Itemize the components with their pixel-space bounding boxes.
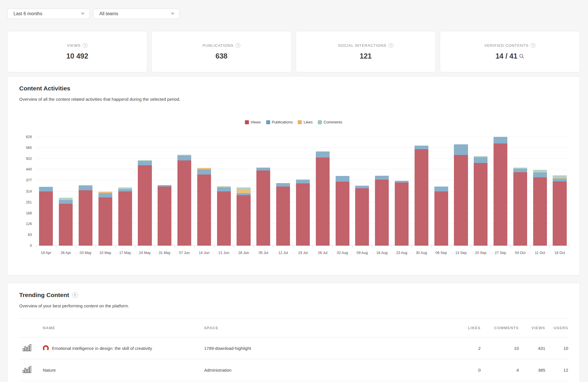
bar-03-may[interactable] bbox=[79, 185, 92, 246]
bar-14-jun[interactable] bbox=[197, 168, 211, 246]
table-row[interactable]: Nature Administration 0 4 385 12 bbox=[19, 359, 568, 381]
x-axis-label: 05 Jul bbox=[254, 251, 273, 255]
x-axis-label: 21 Jun bbox=[214, 251, 234, 255]
axis-tick bbox=[214, 246, 234, 248]
bar-segment-publications bbox=[59, 200, 73, 204]
bar-24-may[interactable] bbox=[138, 160, 152, 246]
magnifier-icon[interactable] bbox=[519, 54, 524, 59]
bar-10-may[interactable] bbox=[98, 192, 112, 246]
bar-19-apr[interactable] bbox=[39, 187, 53, 246]
x-axis-label: 03 May bbox=[76, 251, 96, 255]
bar-06-sep[interactable] bbox=[434, 187, 448, 246]
bar-column bbox=[332, 137, 352, 246]
bar-column bbox=[510, 137, 530, 246]
bar-segment-comments bbox=[533, 170, 547, 172]
help-icon[interactable]: ? bbox=[388, 43, 393, 48]
content-space[interactable]: 1789-download-highlight bbox=[204, 346, 443, 351]
bar-segment-publications bbox=[98, 193, 112, 198]
histogram-icon bbox=[23, 366, 31, 374]
bar-column bbox=[115, 137, 135, 246]
help-icon[interactable]: ? bbox=[83, 43, 88, 48]
table-row[interactable]: Emotional intelligence in design: the sk… bbox=[19, 338, 568, 359]
bar-16-aug[interactable] bbox=[375, 176, 389, 246]
axis-tick bbox=[174, 246, 194, 248]
period-dropdown[interactable]: Last 6 months bbox=[7, 9, 90, 19]
bar-20-sep[interactable] bbox=[474, 156, 488, 246]
content-views: 431 bbox=[519, 346, 545, 351]
legend-item-views[interactable]: Views bbox=[245, 120, 261, 124]
legend-swatch bbox=[245, 120, 249, 124]
bar-column bbox=[471, 137, 491, 246]
bar-18-oct[interactable] bbox=[553, 175, 566, 246]
bar-column bbox=[392, 137, 412, 246]
bar-28-jun[interactable] bbox=[237, 187, 250, 246]
bar-02-aug[interactable] bbox=[336, 176, 349, 246]
bar-23-aug[interactable] bbox=[395, 181, 409, 246]
content-name[interactable]: Nature bbox=[43, 368, 56, 373]
stat-card-verified-contents: VERIFIED CONTENTS ? 14 / 41 bbox=[440, 31, 580, 72]
bar-17-may[interactable] bbox=[118, 187, 132, 246]
x-axis-label: 26 Apr bbox=[56, 251, 76, 255]
axis-tick bbox=[273, 246, 293, 248]
legend-swatch bbox=[298, 120, 302, 124]
bar-31-may[interactable] bbox=[158, 185, 171, 246]
bar-05-jul[interactable] bbox=[256, 168, 270, 246]
axis-tick bbox=[115, 246, 135, 248]
col-header-views[interactable]: VIEWS bbox=[519, 326, 545, 330]
legend-item-likes[interactable]: Likes bbox=[298, 120, 313, 124]
content-activities-section: Content Activities Overview of all the c… bbox=[7, 76, 580, 276]
bar-26-apr[interactable] bbox=[59, 198, 73, 246]
x-axis-label: 24 May bbox=[135, 251, 155, 255]
bar-30-aug[interactable] bbox=[415, 146, 428, 246]
col-header-likes[interactable]: LIKES bbox=[443, 326, 481, 330]
bar-09-aug[interactable] bbox=[355, 186, 369, 246]
x-axis-label: 06 Sep bbox=[431, 251, 451, 255]
x-axis-label: 07 Jun bbox=[175, 251, 194, 255]
help-icon[interactable]: ? bbox=[235, 43, 240, 48]
bar-19-jul[interactable] bbox=[296, 179, 310, 246]
help-icon[interactable]: ? bbox=[72, 292, 78, 298]
col-header-comments[interactable]: COMMENTS bbox=[481, 326, 519, 330]
axis-tick bbox=[372, 246, 392, 248]
bar-27-sep[interactable] bbox=[494, 137, 507, 246]
content-space[interactable]: Administration bbox=[204, 368, 443, 373]
col-header-space[interactable]: SPACE bbox=[204, 326, 443, 330]
x-axis-label: 26 Jul bbox=[313, 251, 332, 255]
bar-21-jun[interactable] bbox=[217, 186, 231, 246]
y-axis-label: 502 bbox=[7, 157, 32, 161]
y-axis-label: 63 bbox=[7, 233, 32, 237]
col-header-name[interactable]: NAME bbox=[43, 326, 204, 330]
content-users: 10 bbox=[545, 346, 568, 351]
legend-label: Views bbox=[251, 120, 261, 124]
bar-07-jun[interactable] bbox=[177, 155, 191, 246]
bar-13-sep[interactable] bbox=[454, 144, 468, 246]
legend-item-comments[interactable]: Comments bbox=[318, 120, 342, 124]
legend-swatch bbox=[318, 120, 322, 124]
bar-column bbox=[431, 137, 451, 246]
x-axis-label: 14 Jun bbox=[194, 251, 214, 255]
bar-segment-views bbox=[533, 177, 547, 246]
legend-label: Publications bbox=[272, 120, 293, 124]
content-likes: 0 bbox=[443, 368, 481, 373]
bar-segment-views bbox=[415, 149, 428, 246]
content-name[interactable]: Emotional intelligence in design: the sk… bbox=[52, 346, 152, 351]
bar-column bbox=[234, 137, 254, 246]
bar-column bbox=[293, 137, 313, 246]
bar-11-oct[interactable] bbox=[533, 170, 547, 246]
axis-tick bbox=[471, 246, 490, 248]
bar-column bbox=[372, 137, 392, 246]
bar-12-jul[interactable] bbox=[276, 183, 290, 246]
bar-04-oct[interactable] bbox=[513, 168, 527, 246]
stat-label: SOCIAL INTERACTIONS ? bbox=[338, 43, 393, 48]
team-dropdown[interactable]: All teams bbox=[93, 9, 179, 19]
y-axis-label: 126 bbox=[7, 222, 32, 226]
axis-tick bbox=[510, 246, 530, 248]
help-icon[interactable]: ? bbox=[531, 43, 535, 48]
legend-item-publications[interactable]: Publications bbox=[266, 120, 293, 124]
bar-column bbox=[214, 137, 234, 246]
bar-26-jul[interactable] bbox=[316, 151, 330, 246]
content-likes: 2 bbox=[443, 346, 481, 351]
col-header-users[interactable]: USERS bbox=[545, 326, 568, 330]
bar-segment-publications bbox=[256, 168, 270, 170]
axis-tick bbox=[490, 246, 510, 248]
